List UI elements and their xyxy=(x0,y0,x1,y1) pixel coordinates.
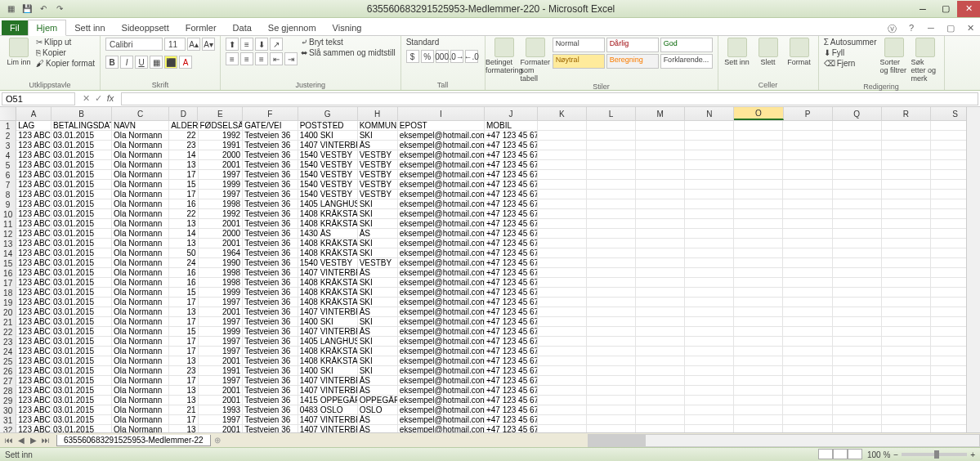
cell[interactable] xyxy=(734,190,783,199)
cell[interactable]: 123 ABC xyxy=(16,327,51,337)
cell[interactable]: 123 ABC xyxy=(16,219,51,229)
row-header[interactable]: 4 xyxy=(0,150,16,160)
cell[interactable]: VESTBY xyxy=(358,150,398,160)
cell[interactable] xyxy=(538,386,587,396)
cell[interactable] xyxy=(587,131,636,141)
vertical-scrollbar[interactable] xyxy=(966,107,980,432)
cell[interactable] xyxy=(833,268,882,278)
cell[interactable] xyxy=(882,278,931,288)
cell[interactable] xyxy=(685,199,734,209)
cell[interactable]: eksempel@hotmail.com xyxy=(398,327,485,337)
tab-file[interactable]: Fil xyxy=(2,20,28,35)
cell[interactable] xyxy=(636,356,685,366)
col-header-B[interactable]: B xyxy=(51,107,112,120)
format-cells-button[interactable]: Format xyxy=(785,38,813,66)
cell[interactable] xyxy=(685,268,734,278)
cell[interactable]: FØDSELSÅR xyxy=(199,121,244,131)
cell[interactable] xyxy=(882,268,931,278)
cell[interactable]: Testveien 36 xyxy=(243,376,298,386)
cell[interactable]: 03.01.2015 xyxy=(51,239,112,248)
cell[interactable]: +47 123 45 678 xyxy=(485,337,538,347)
cell[interactable]: 123 ABC xyxy=(16,337,51,347)
cell[interactable]: +47 123 45 678 xyxy=(485,150,538,160)
cell[interactable]: Testveien 36 xyxy=(243,356,298,366)
cell[interactable] xyxy=(685,327,734,337)
cell[interactable] xyxy=(587,219,636,229)
grow-font-button[interactable]: A▴ xyxy=(187,38,200,51)
cell[interactable]: VESTBY xyxy=(358,190,398,199)
cell[interactable]: 03.01.2015 xyxy=(51,219,112,229)
cell[interactable]: OSLO xyxy=(358,405,398,415)
cell[interactable] xyxy=(783,180,832,190)
sort-filter-button[interactable]: Sorter og filtrer xyxy=(880,38,908,74)
cell[interactable]: SKI xyxy=(358,366,398,376)
cell[interactable] xyxy=(734,386,783,396)
cell[interactable] xyxy=(636,376,685,386)
cell[interactable]: 1407 VINTERBRO xyxy=(298,376,358,386)
cell[interactable] xyxy=(882,209,931,219)
align-middle-button[interactable]: ≡ xyxy=(240,38,253,51)
cell[interactable] xyxy=(783,170,832,180)
row-header[interactable]: 18 xyxy=(0,288,16,298)
cell[interactable]: eksempel@hotmail.com xyxy=(398,356,485,366)
cell[interactable]: 16 xyxy=(169,268,198,278)
cell[interactable]: 22 xyxy=(169,131,198,141)
cell[interactable]: 03.01.2015 xyxy=(51,131,112,141)
cell[interactable]: 03.01.2015 xyxy=(51,248,112,258)
cell[interactable] xyxy=(685,356,734,366)
cell[interactable]: Testveien 36 xyxy=(243,396,298,405)
cell[interactable]: Ola Normann xyxy=(112,229,169,239)
cell[interactable]: GATE/VEI xyxy=(243,121,298,131)
view-buttons[interactable] xyxy=(818,449,862,461)
cell[interactable] xyxy=(587,386,636,396)
cell[interactable]: 1405 LANGHUS xyxy=(298,337,358,347)
tab-formulas[interactable]: Formler xyxy=(177,20,225,35)
cell[interactable]: 1430 ÅS xyxy=(298,229,358,239)
cell[interactable] xyxy=(882,229,931,239)
cell[interactable] xyxy=(734,298,783,307)
cell[interactable] xyxy=(587,376,636,386)
cell[interactable]: 2001 xyxy=(199,160,244,170)
cell[interactable] xyxy=(882,150,931,160)
col-header-O[interactable]: O xyxy=(734,107,783,120)
cell[interactable] xyxy=(636,288,685,298)
cell[interactable] xyxy=(538,248,587,258)
cut-button[interactable]: ✂ Klipp ut xyxy=(36,38,95,47)
cell[interactable]: eksempel@hotmail.com xyxy=(398,366,485,376)
cell[interactable]: 1992 xyxy=(199,131,244,141)
cell[interactable]: 03.01.2015 xyxy=(51,190,112,199)
cell[interactable]: 1540 VESTBY xyxy=(298,258,358,268)
cell[interactable] xyxy=(636,170,685,180)
cell[interactable] xyxy=(783,376,832,386)
cell[interactable]: Testveien 36 xyxy=(243,317,298,327)
cell[interactable] xyxy=(833,386,882,396)
cell[interactable] xyxy=(734,229,783,239)
cell[interactable] xyxy=(538,268,587,278)
cell[interactable] xyxy=(833,347,882,356)
cell[interactable]: 1993 xyxy=(199,405,244,415)
cell[interactable]: Ola Normann xyxy=(112,180,169,190)
cell[interactable] xyxy=(636,298,685,307)
cell[interactable] xyxy=(685,376,734,386)
cell[interactable]: Testveien 36 xyxy=(243,307,298,317)
cell[interactable] xyxy=(685,386,734,396)
next-sheet-icon[interactable]: ▶ xyxy=(28,436,39,445)
cell[interactable]: KOMMUNE xyxy=(358,121,398,131)
cell[interactable]: +47 123 45 678 xyxy=(485,317,538,327)
cell[interactable]: 1997 xyxy=(199,298,244,307)
cell[interactable]: Testveien 36 xyxy=(243,386,298,396)
cell[interactable]: Testveien 36 xyxy=(243,268,298,278)
cell[interactable]: Testveien 36 xyxy=(243,209,298,219)
cell[interactable] xyxy=(538,209,587,219)
merge-center-button[interactable]: ⬌ Slå sammen og midtstill xyxy=(301,48,396,57)
tab-insert[interactable]: Sett inn xyxy=(66,20,113,35)
cell[interactable]: 123 ABC xyxy=(16,209,51,219)
cell[interactable] xyxy=(685,131,734,141)
cell[interactable] xyxy=(636,405,685,415)
horizontal-scrollbar[interactable] xyxy=(588,434,980,447)
cell[interactable] xyxy=(538,229,587,239)
cell[interactable]: 1998 xyxy=(199,278,244,288)
cell[interactable]: SKI xyxy=(358,131,398,141)
cell[interactable] xyxy=(587,317,636,327)
col-header-D[interactable]: D xyxy=(169,107,198,120)
